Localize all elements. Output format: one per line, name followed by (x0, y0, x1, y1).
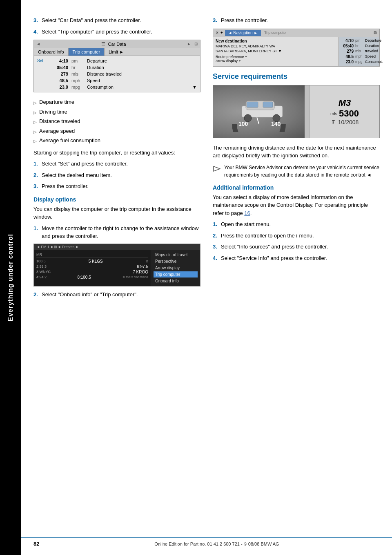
nav-row-consumption: 23.0 mpg Consumpt. (341, 60, 378, 64)
svg-marker-11 (214, 166, 220, 171)
svg-point-7 (244, 114, 252, 122)
footer: 82 Online Edition for Part no. 01 41 2 6… (21, 537, 392, 547)
nav-dest-2: SANTA BARBARA, MONTERREY ST ▼ (216, 49, 336, 53)
additional-info-heading: Additional information (213, 184, 380, 191)
display-step-1-num: 1. (33, 224, 39, 240)
step-4: 4. Select "Trip computer" and press the … (33, 28, 200, 36)
radio-title-center: ◄ Presets ► (57, 245, 79, 249)
service-text: The remaining driving distance and the d… (213, 144, 380, 160)
additional-step-1: 1. Open the start menu. (213, 220, 380, 228)
right-column: 3. Press the controller. ✕ ✦ ◄ Navigatio… (213, 16, 380, 302)
svg-rect-10 (263, 102, 273, 107)
radio-row-1: 103.5 5 KLGS B (36, 259, 148, 264)
car-data-screen: ◄ ☰ Car Data ► ⊞ Onboard info Trip compu… (33, 40, 200, 92)
mileage-value: 5300 (339, 108, 359, 119)
bullet-arrow-icon: ▷ (33, 138, 37, 144)
bullet-item-speed: ▷ Average speed (33, 127, 200, 135)
left-arrow-icon: ◄ (36, 42, 40, 46)
car-data-row-consumption: 23,0 mpg Consumption ▼ (37, 84, 197, 90)
radio-menu-onboard: Onboard info (154, 278, 198, 284)
nav-icon-right: ⊞ (374, 31, 377, 35)
additional-step-3: 3. Select "Info sources" and press the c… (213, 243, 380, 251)
nav-right-panel: 4:10 pm Departure 05:40 hr Duration 279 … (339, 37, 379, 66)
nav-dest-1: MARINA DEL REY, ADMIRALTY WA (216, 44, 336, 48)
reset-step-3-num: 3. (33, 182, 39, 190)
car-data-row-departure: Set 4:10 pm Departure (37, 58, 197, 64)
tab-onboard-info[interactable]: Onboard info (34, 48, 69, 56)
additional-info-text: You can select a display of more detaile… (213, 193, 380, 217)
radio-row-2: 2:99.3 6:97.5 (36, 264, 148, 269)
nav-row-duration: 05:40 hr Duration (341, 44, 378, 48)
display-options-heading: Display options (33, 196, 200, 203)
radio-left-panel: MR 103.5 5 KLGS B 2:99.3 6:97.5 3 WNYC 7… (34, 250, 151, 286)
car-data-row-speed: 48,5 mph Speed (37, 77, 197, 84)
radio-row-4: 4:94.2 8:100.5 ◄ more variations (36, 275, 148, 280)
right-arrow-icon: ► (187, 42, 191, 46)
nav-left-panel: New destination MARINA DEL REY, ADMIRALT… (213, 37, 339, 66)
mileage-unit: mls (330, 111, 337, 116)
reset-step-1-num: 1. (33, 160, 39, 168)
nav-tab-trip[interactable]: Trip computer (263, 30, 288, 36)
radio-preset-header: MR (36, 252, 148, 258)
bullet-arrow-icon: ▷ (33, 129, 37, 135)
bullet-arrow-icon: ▷ (33, 119, 37, 125)
car-model-panel: M3 mls 5300 🗓 10/2008 (310, 85, 379, 138)
radio-title-icon: ⊞ (54, 245, 57, 249)
note-text: Your BMW Service Advisor can determine y… (224, 164, 380, 179)
limit-arrow-icon: ► (119, 49, 124, 54)
radio-menu-maps: Maps dir. of travel (154, 252, 198, 258)
right-step-3: 3. Press the controller. (213, 16, 380, 25)
bullet-arrow-icon: ▷ (33, 110, 37, 116)
nav-dest-label: New destination (216, 39, 336, 43)
car-svg (234, 94, 291, 122)
bullet-item-distance: ▷ Distance traveled (33, 117, 200, 125)
tab-trip-computer[interactable]: Trip computer (69, 48, 105, 56)
nav-tab-navigation[interactable]: ◄ Navigation ► (225, 30, 261, 36)
step-4-num: 4. (33, 28, 39, 36)
radio-title-left: ◄ FM 1 ► (36, 245, 54, 249)
page-number: 82 (21, 541, 42, 547)
radio-row-3: 3 WNYC 7 KROQ (36, 270, 148, 274)
additional-step-4: 4. Select "Service Info" and press the c… (213, 254, 380, 262)
svg-rect-9 (247, 102, 258, 107)
car-data-row-duration: 05:40 hr Duration (37, 64, 197, 71)
left-column: 3. Select "Car Data" and press the contr… (33, 16, 200, 302)
mileage-row: mls 5300 (330, 108, 359, 119)
bullet-item-fuel: ▷ Average fuel consumption (33, 137, 200, 145)
reset-step-2: 2. Select the desired menu item. (33, 171, 200, 179)
radio-titlebar: ◄ FM 1 ► ⊞ ◄ Presets ► (34, 244, 200, 250)
radio-menu-perspective: Perspective (154, 258, 198, 264)
reset-step-3: 3. Press the controller. (33, 182, 200, 190)
radio-menu-trip: Trip computer (154, 271, 198, 278)
note-box: Your BMW Service Advisor can determine y… (213, 164, 380, 179)
step-3: 3. Select "Car Data" and press the contr… (33, 16, 200, 25)
bullet-arrow-icon: ▷ (33, 100, 37, 106)
additional-step-4-num: 4. (213, 254, 218, 262)
car-data-titlebar: ◄ ☰ Car Data ► ⊞ (34, 40, 200, 48)
right-step-3-text: Press the controller. (221, 16, 380, 25)
sidebar: Everything under control (0, 0, 21, 555)
page-link[interactable]: 16 (244, 210, 250, 216)
nav-row-departure: 4:10 pm Departure (341, 38, 378, 43)
tab-limit[interactable]: Limit ► (105, 48, 128, 56)
nav-body: New destination MARINA DEL REY, ADMIRALT… (213, 37, 379, 66)
main-content: 3. Select "Car Data" and press the contr… (21, 0, 392, 318)
reset-step-1: 1. Select "Set" and press the controller… (33, 160, 200, 168)
additional-step-2-text: Press the controller to open the i menu. (221, 232, 380, 240)
nav-screen: ✕ ✦ ◄ Navigation ► Trip computer ⊞ New d… (213, 29, 380, 67)
display-options-text: You can display the computer or the trip… (33, 205, 200, 221)
additional-step-1-num: 1. (213, 220, 218, 228)
sidebar-label: Everything under control (7, 234, 14, 321)
additional-step-3-num: 3. (213, 243, 218, 251)
step-3-num: 3. (33, 16, 39, 25)
step-2-num: 2. (33, 291, 39, 299)
step-3-text: Select "Car Data" and press the controll… (42, 16, 200, 25)
right-step-3-num: 3. (213, 16, 218, 25)
note-triangle-icon (213, 165, 221, 173)
step-4-text: Select "Trip computer" and press the con… (42, 28, 200, 36)
step-2-select: 2. Select "Onboard info" or "Trip comput… (33, 291, 200, 299)
model-badge: M3 (339, 98, 351, 108)
additional-step-2-num: 2. (213, 232, 218, 240)
reset-step-2-num: 2. (33, 171, 39, 179)
car-data-icon: ☰ (101, 41, 105, 47)
